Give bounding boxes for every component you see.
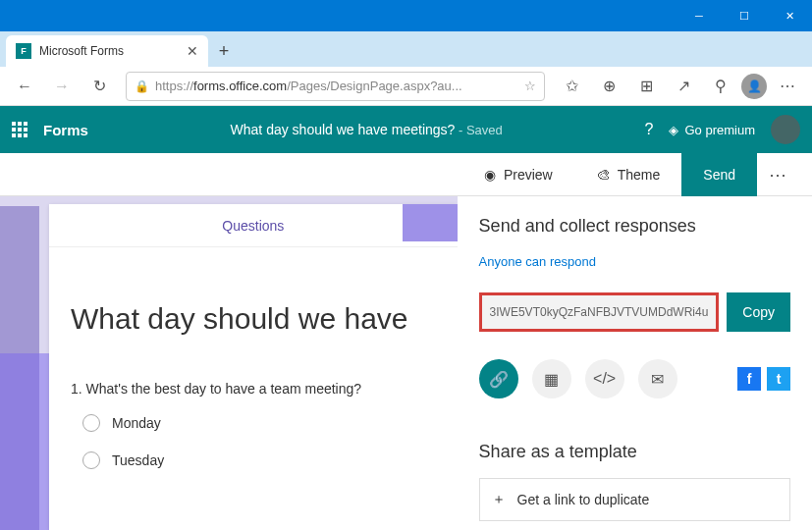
forward-button: → [45, 70, 79, 103]
embed-icon[interactable]: </> [585, 359, 624, 398]
address-bar[interactable]: 🔒 https://forms.office.com/Pages/DesignP… [126, 72, 545, 101]
facebook-icon[interactable]: f [737, 367, 761, 391]
palette-icon: 🎨︎ [596, 167, 610, 183]
share-panel: Send and collect responses Anyone can re… [458, 196, 812, 530]
social-share: f t [737, 367, 790, 391]
forms-favicon-icon: F [16, 43, 31, 59]
favorites-icon[interactable]: ✩ [555, 70, 588, 103]
more-icon[interactable]: ⋯ [771, 70, 804, 103]
refresh-button[interactable]: ↻ [82, 70, 116, 103]
template-title: Share as a template [479, 442, 790, 462]
link-row: 3IWE5VT0kyQzFaNFBJVTVUMDdWRi4u Copy [479, 292, 790, 332]
twitter-icon[interactable]: t [767, 367, 790, 391]
diamond-icon: ◈ [669, 123, 678, 137]
forms-header: Forms What day should we have meetings? … [0, 106, 812, 153]
help-icon[interactable]: ? [645, 121, 654, 138]
user-avatar[interactable] [771, 115, 800, 144]
tab-title: Microsoft Forms [39, 44, 124, 58]
more-actions-button[interactable]: ⋯ [757, 164, 800, 186]
email-icon[interactable]: ✉ [638, 359, 677, 398]
notes-icon[interactable]: ⚲ [704, 70, 737, 103]
form-title[interactable]: What day should we have [49, 247, 458, 351]
option-label: Tuesday [112, 452, 164, 468]
share-icon[interactable]: ↗ [667, 70, 700, 103]
back-button[interactable]: ← [8, 70, 41, 103]
maximize-button[interactable]: ☐ [722, 0, 767, 31]
action-bar: ◉ Preview 🎨︎ Theme Send ⋯ [0, 153, 812, 196]
share-link-input[interactable]: 3IWE5VT0kyQzFaNFBJVTVUMDdWRi4u [479, 292, 720, 332]
copy-button[interactable]: Copy [727, 292, 790, 332]
form-tabs: Questions [49, 204, 458, 247]
send-button[interactable]: Send [681, 153, 757, 196]
option-row[interactable]: Tuesday [49, 442, 458, 479]
profile-avatar[interactable]: 👤 [741, 74, 767, 99]
duplicate-link-button[interactable]: ＋ Get a link to duplicate [479, 478, 790, 521]
document-title: What day should we have meetings? - Save… [104, 122, 629, 137]
minimize-button[interactable]: ─ [677, 0, 722, 31]
collections-icon[interactable]: ⊕ [592, 70, 625, 103]
extensions-icon[interactable]: ⊞ [629, 70, 663, 103]
content-area: Questions What day should we have 1. Wha… [0, 196, 812, 530]
browser-tab[interactable]: F Microsoft Forms ✕ [6, 35, 208, 67]
plus-icon: ＋ [492, 491, 506, 508]
preview-button[interactable]: ◉ Preview [462, 153, 574, 196]
option-row[interactable]: Monday [49, 404, 458, 442]
lock-icon: 🔒 [135, 80, 149, 93]
app-launcher-icon[interactable] [12, 122, 27, 137]
audience-link[interactable]: Anyone can respond [479, 254, 790, 269]
radio-icon[interactable] [82, 451, 100, 469]
app-name[interactable]: Forms [43, 122, 88, 138]
qr-icon[interactable]: ▦ [532, 359, 571, 398]
go-premium-button[interactable]: ◈ Go premium [669, 123, 755, 137]
window-titlebar: ─ ☐ ✕ [0, 0, 812, 31]
theme-button[interactable]: 🎨︎ Theme [574, 153, 682, 196]
close-tab-icon[interactable]: ✕ [187, 43, 198, 59]
option-label: Monday [112, 415, 161, 431]
close-window-button[interactable]: ✕ [767, 0, 812, 31]
share-title: Send and collect responses [479, 216, 790, 237]
reader-icon[interactable]: ☆ [524, 79, 536, 93]
form-canvas: Questions What day should we have 1. Wha… [0, 196, 458, 530]
form-card: Questions What day should we have 1. Wha… [49, 204, 458, 530]
tab-questions[interactable]: Questions [222, 218, 284, 234]
link-icon[interactable]: 🔗 [479, 359, 518, 398]
eye-icon: ◉ [484, 167, 496, 183]
browser-toolbar: ← → ↻ 🔒 https://forms.office.com/Pages/D… [0, 67, 812, 106]
question-text[interactable]: 1. What's the best day to have a team me… [49, 351, 458, 404]
browser-tabstrip: F Microsoft Forms ✕ + [0, 31, 812, 67]
radio-icon[interactable] [82, 414, 100, 432]
share-method-icons: 🔗 ▦ </> ✉ f t [479, 359, 790, 398]
decoration [0, 353, 49, 530]
new-tab-button[interactable]: + [208, 35, 240, 67]
